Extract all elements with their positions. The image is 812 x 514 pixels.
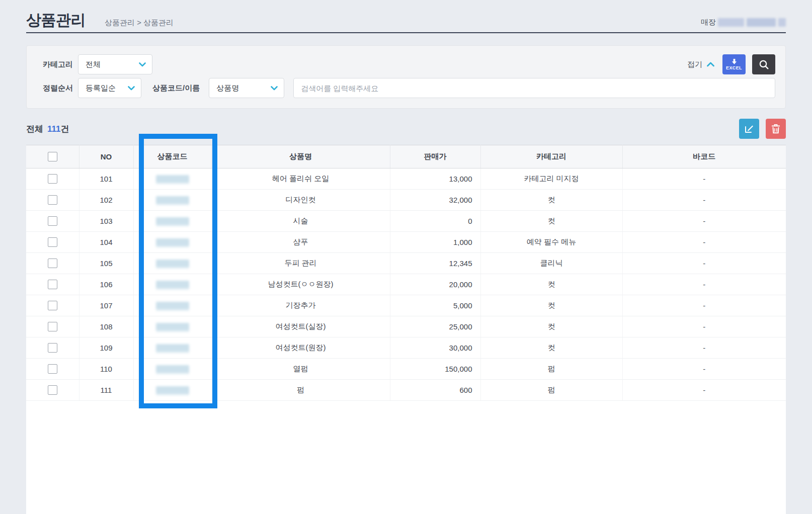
blurred-product-code (156, 238, 189, 246)
blurred-product-code (156, 386, 189, 394)
product-category: 카테고리 미지정 (480, 168, 622, 190)
sort-select-value: 등록일순 (86, 83, 116, 93)
col-header-barcode: 바코드 (622, 145, 786, 168)
row-checkbox[interactable] (48, 385, 57, 395)
product-table-card: NO 상품코드 상품명 판매가 카테고리 바코드 101 헤어 폴리쉬 오일 1… (26, 145, 786, 514)
table-row: 111 펌 600 펌 - (26, 380, 786, 401)
row-checkbox[interactable] (48, 216, 57, 226)
product-barcode: - (622, 274, 786, 295)
row-no: 103 (79, 211, 133, 232)
product-category: 클리닉 (480, 253, 622, 274)
row-checkbox[interactable] (48, 322, 57, 331)
blurred-product-code (156, 302, 189, 309)
chevron-up-icon (707, 62, 714, 67)
search-icon (759, 59, 769, 70)
sort-select[interactable]: 등록일순 (78, 78, 141, 98)
filter-panel: 카테고리 전체 접기 EXCEL (26, 45, 786, 109)
product-name: 여성컷트(원장) (211, 337, 390, 359)
row-no: 106 (79, 274, 133, 295)
product-category: 예약 필수 메뉴 (480, 232, 622, 253)
total-unit: 건 (61, 123, 69, 135)
product-price: 150,000 (390, 359, 480, 380)
col-header-price: 판매가 (390, 145, 480, 168)
total-count-text: 전체 111 건 (26, 123, 69, 135)
table-header-row: NO 상품코드 상품명 판매가 카테고리 바코드 (26, 145, 786, 168)
blurred-product-code (156, 323, 189, 330)
blurred-product-code (156, 196, 189, 204)
product-name: 펌 (211, 380, 390, 401)
product-category: 컷 (480, 274, 622, 295)
table-row: 101 헤어 폴리쉬 오일 13,000 카테고리 미지정 - (26, 168, 786, 190)
category-select[interactable]: 전체 (78, 54, 152, 74)
col-header-no: NO (79, 145, 133, 168)
select-all-checkbox[interactable] (48, 152, 57, 161)
trash-icon (771, 124, 780, 134)
sort-label: 정렬순서 (43, 83, 78, 93)
product-price: 0 (390, 211, 480, 232)
edit-button[interactable] (739, 119, 759, 139)
breadcrumb: 상품관리 > 상품관리 (105, 18, 174, 28)
search-input[interactable] (293, 78, 775, 98)
row-checkbox[interactable] (48, 343, 57, 353)
product-name: 여성컷트(실장) (211, 316, 390, 337)
row-no: 110 (79, 359, 133, 380)
col-header-name: 상품명 (211, 145, 390, 168)
store-label: 매장 (701, 18, 716, 27)
table-row: 104 샴푸 1,000 예약 필수 메뉴 - (26, 232, 786, 253)
code-name-label: 상품코드/이름 (152, 83, 200, 93)
row-checkbox[interactable] (48, 364, 57, 374)
search-button[interactable] (752, 54, 775, 74)
product-barcode: - (622, 316, 786, 337)
product-price: 5,000 (390, 295, 480, 316)
category-label: 카테고리 (43, 60, 78, 69)
excel-download-button[interactable]: EXCEL (722, 54, 746, 74)
product-category: 컷 (480, 295, 622, 316)
row-checkbox[interactable] (48, 301, 57, 310)
product-name: 시술 (211, 211, 390, 232)
product-name: 남성컷트(ㅇㅇ원장) (211, 274, 390, 295)
collapse-toggle[interactable]: 접기 (687, 60, 714, 69)
table-body: 101 헤어 폴리쉬 오일 13,000 카테고리 미지정 - 102 디자인컷… (26, 168, 786, 401)
blurred-product-code (156, 281, 189, 288)
table-row: 107 기장추가 5,000 컷 - (26, 295, 786, 316)
category-select-value: 전체 (86, 60, 101, 69)
store-name-blurred (718, 18, 786, 27)
product-barcode: - (622, 168, 786, 190)
page-title: 상품관리 (26, 10, 86, 31)
row-no: 109 (79, 337, 133, 359)
blurred-product-code (156, 365, 189, 373)
row-checkbox[interactable] (48, 195, 57, 205)
product-category: 컷 (480, 211, 622, 232)
table-row: 108 여성컷트(실장) 25,000 컷 - (26, 316, 786, 337)
code-name-select[interactable]: 상품명 (209, 78, 284, 98)
row-no: 111 (79, 380, 133, 401)
product-name: 헤어 폴리쉬 오일 (211, 168, 390, 190)
table-row: 110 열펌 150,000 펌 - (26, 359, 786, 380)
row-no: 104 (79, 232, 133, 253)
product-price: 25,000 (390, 316, 480, 337)
chevron-down-icon (271, 86, 278, 91)
row-checkbox[interactable] (48, 237, 57, 247)
row-checkbox[interactable] (48, 280, 57, 289)
delete-button[interactable] (766, 119, 786, 139)
edit-pencil-icon (744, 124, 754, 134)
product-price: 13,000 (390, 168, 480, 190)
product-barcode: - (622, 190, 786, 211)
row-checkbox[interactable] (48, 259, 57, 268)
blurred-product-code (156, 175, 189, 183)
product-price: 30,000 (390, 337, 480, 359)
count-bar: 전체 111 건 (26, 119, 786, 139)
blurred-product-code (156, 344, 189, 352)
product-barcode: - (622, 253, 786, 274)
row-no: 102 (79, 190, 133, 211)
col-header-code: 상품코드 (133, 145, 211, 168)
row-checkbox[interactable] (48, 174, 57, 184)
product-price: 1,000 (390, 232, 480, 253)
product-table: NO 상품코드 상품명 판매가 카테고리 바코드 101 헤어 폴리쉬 오일 1… (26, 145, 786, 401)
chevron-down-icon (128, 86, 135, 91)
product-price: 32,000 (390, 190, 480, 211)
product-name: 열펌 (211, 359, 390, 380)
product-name: 기장추가 (211, 295, 390, 316)
total-count: 111 (47, 124, 61, 134)
product-barcode: - (622, 232, 786, 253)
